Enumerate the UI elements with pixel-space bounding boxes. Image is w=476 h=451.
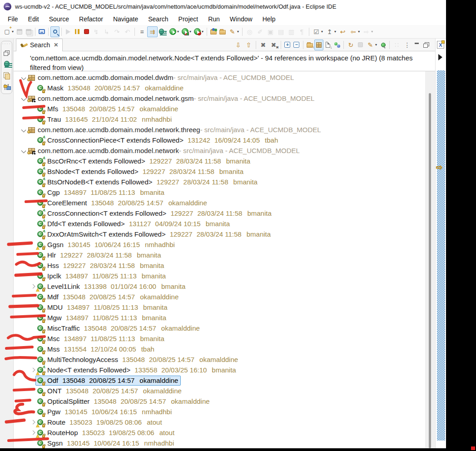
xml-editor-icon[interactable]: X [437, 41, 444, 49]
menu-search[interactable]: Search [143, 14, 173, 24]
tree-row-class[interactable]: CIpclk13489711/08/25 11:13bmanita [14, 271, 425, 281]
save-button[interactable] [15, 26, 24, 37]
tree-row-class[interactable]: CABscOrRnc<T extends Followed>12922728/0… [14, 156, 425, 166]
use-step-filters-button[interactable]: ⇉ [147, 26, 158, 37]
new-wizard-button[interactable]: ▢▾ [2, 26, 15, 37]
debug-hover-button[interactable] [50, 26, 60, 37]
close-icon[interactable]: ✕ [54, 42, 58, 48]
debug-perspective-icon[interactable] [4, 61, 10, 67]
tree-row-class[interactable]: CGgsn13014510/06/24 16:15nmhadhbi [14, 239, 425, 250]
tree-row-class[interactable]: CACrossConnectionPiece<T extends Followe… [14, 135, 425, 145]
tree-row-class[interactable]: CMfs13504820/08/25 14:57okamalddine [14, 104, 425, 114]
tree-row-package[interactable]: com.nettom.ace.ucmdb.domain.model.networ… [14, 145, 425, 156]
disconnect-button[interactable]: ↯ [91, 26, 101, 37]
terminate-search-button[interactable] [356, 40, 365, 50]
collapse-chevron-icon[interactable] [20, 95, 27, 102]
menu-navigate[interactable]: Navigate [108, 14, 143, 24]
mark-occurrences-button[interactable]: ▤ [276, 26, 286, 37]
suspend-button[interactable] [73, 26, 82, 37]
next-match-button[interactable]: ⇩ [233, 40, 243, 50]
menu-source[interactable]: Source [44, 14, 74, 24]
group-by-project-button[interactable] [305, 40, 314, 50]
drag-handle[interactable]: ···· [2, 42, 11, 45]
tree-row-class[interactable]: CABtsOrNodeB<T extends Followed>12922728… [14, 177, 425, 187]
restore-view-icon[interactable] [3, 49, 10, 57]
step-into-button[interactable]: ↳ [101, 26, 112, 37]
previous-match-button[interactable]: ⇧ [243, 40, 254, 50]
tree-row-class[interactable]: CMsc13489711/08/25 11:13bmanita [14, 333, 425, 344]
menu-refactor[interactable]: Refactor [74, 14, 108, 24]
collapse-all-button[interactable]: − [292, 40, 301, 50]
restore-arrow-icon[interactable]: ⇨ [436, 163, 442, 172]
step-over-button[interactable]: ↷ [112, 26, 122, 37]
tree-row-class[interactable]: CCgp13489711/08/25 11:13bmanita [14, 187, 425, 198]
tree-row-class[interactable]: CMiscTraffic13504820/08/25 14:57okamaldd… [14, 323, 425, 333]
tree-row-package[interactable]: com.nettom.ace.ucmdb.domain.model.networ… [14, 124, 425, 135]
open-type-button[interactable] [209, 26, 218, 37]
menu-project[interactable]: Project [174, 14, 203, 24]
dropdown-caret-icon[interactable]: ▾ [202, 30, 203, 34]
dropdown-caret-icon[interactable]: ▾ [371, 30, 373, 34]
copy-view-icon[interactable] [3, 71, 10, 79]
tree-row-class[interactable]: CTrau13164521/10/24 11:02nmhadhbi [14, 114, 425, 124]
new-java-class-button[interactable]: ◎ [244, 26, 255, 37]
menu-help[interactable]: Help [258, 14, 281, 24]
tree-row-class[interactable]: CACrossConnection<T extends Followed>129… [14, 208, 425, 218]
save-all-button[interactable] [24, 26, 33, 37]
tree-row-class[interactable]: CPgw13014510/06/24 16:15nmhadhbi [14, 406, 425, 417]
tree-row-class[interactable]: CMgw13489711/08/25 11:13bmanita [14, 312, 425, 323]
dropdown-caret-icon[interactable]: ▾ [334, 30, 336, 34]
tree-row-class[interactable]: CADxxOrAtmSwitch<T extends Followed>1292… [14, 229, 425, 239]
collapse-chevron-icon[interactable] [20, 147, 27, 154]
search-button[interactable]: ✎▾ [227, 26, 240, 37]
show-whitespace-button[interactable]: ¶ [297, 26, 307, 37]
forward-button[interactable]: ⇨▾ [361, 26, 374, 37]
menu-file[interactable]: File [3, 14, 23, 24]
dropdown-caret-icon[interactable]: ▾ [358, 30, 360, 34]
expand-chevron-icon[interactable] [29, 367, 36, 374]
dropdown-caret-icon[interactable]: ▾ [375, 43, 377, 47]
expand-chevron-icon[interactable] [29, 429, 36, 436]
tree-row-class[interactable]: CONT13504820/08/25 14:57okamalddine [14, 386, 425, 396]
tree-row-package[interactable]: com.nettom.ace.ucmdb.domain.model.networ… [14, 93, 425, 104]
format-button[interactable]: ✐ [255, 26, 265, 37]
menu-window[interactable]: Window [225, 14, 258, 24]
expand-chevron-icon[interactable] [29, 283, 36, 290]
profile-button[interactable]: ▾ [193, 26, 205, 37]
group-by-type-button[interactable] [332, 40, 342, 50]
collapse-chevron-icon[interactable] [20, 74, 27, 81]
menu-edit[interactable]: Edit [23, 14, 44, 24]
previous-annotation-button[interactable]: ↥▾ [324, 26, 337, 37]
debug-button[interactable]: ▾ [158, 26, 168, 37]
next-annotation-button[interactable]: ☑▾ [311, 26, 324, 37]
tree-row-class[interactable]: COdf13504820/08/25 14:57okamalddine [14, 375, 425, 386]
group-by-file-button[interactable] [323, 40, 332, 50]
dropdown-caret-icon[interactable]: ▾ [12, 30, 14, 34]
new-search-button[interactable] [378, 40, 387, 50]
expand-chevron-icon[interactable] [29, 419, 36, 426]
tree-row-class[interactable]: CMask13504820/08/25 14:57okamalddine [14, 83, 425, 93]
organize-imports-button[interactable]: ▣ [265, 26, 276, 37]
minimize-view-button[interactable] [412, 40, 421, 50]
pin-search-view-button[interactable]: ✎▾ [365, 40, 378, 50]
tree-row-class[interactable]: CLevel1Link13139801/10/24 16:00bmanita [14, 281, 425, 292]
filters-view-icon[interactable] [3, 83, 10, 91]
dropdown-caret-icon[interactable]: ▾ [237, 30, 239, 34]
dropdown-caret-icon[interactable]: ▾ [321, 30, 323, 34]
terminate-button[interactable] [82, 26, 91, 37]
expand-triangle-icon[interactable] [438, 54, 442, 60]
tree-row-package[interactable]: com.nettom.ace.ucmdb.domain.model.dwdm -… [14, 72, 425, 83]
back-button[interactable]: ⇦▾ [348, 26, 361, 37]
tree-row-class[interactable]: COpticalSplitter13504820/08/25 14:57okam… [14, 396, 425, 406]
last-edit-location-button[interactable]: ↩ [337, 26, 348, 37]
tree-row-class[interactable]: CRouteHop13502319/08/25 08:06atout [14, 427, 425, 438]
checkered-drag-bar[interactable]: ⇨ [437, 70, 445, 441]
open-console-button[interactable] [37, 26, 46, 37]
step-return-button[interactable]: ↶ [122, 26, 133, 37]
remove-all-matches-button[interactable]: ✖ [268, 40, 279, 50]
tab-search[interactable]: Search ✕ [16, 39, 63, 51]
tree-row-class[interactable]: CABsNode<T extends Followed>12922728/03/… [14, 166, 425, 177]
tree-row-class[interactable]: CMss13155412/10/24 00:05tbah [14, 344, 425, 354]
expand-all-button[interactable]: + [283, 40, 292, 50]
view-menu-button[interactable]: ⋮ [402, 40, 412, 50]
